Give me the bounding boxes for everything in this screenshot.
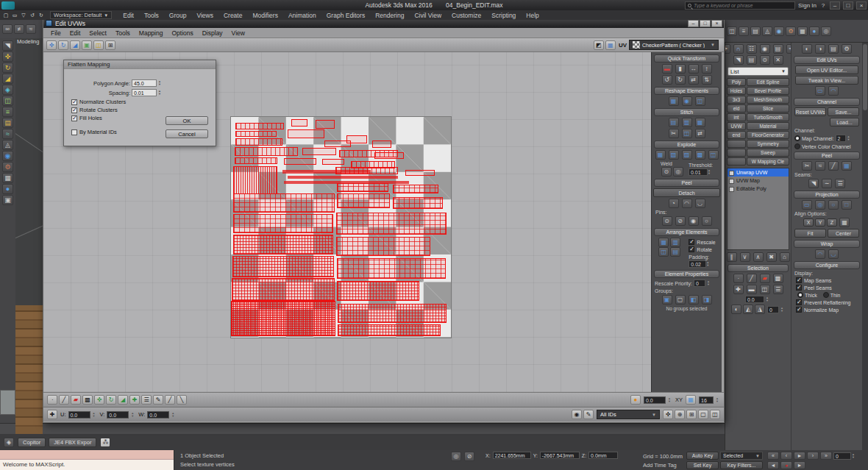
spinner-icon[interactable] xyxy=(852,453,857,459)
ok-button[interactable]: OK xyxy=(166,116,208,125)
fit-button[interactable]: Fit xyxy=(794,229,826,238)
open-file-icon[interactable]: ▭ xyxy=(10,11,19,19)
set-key-toggle-icon[interactable]: ● xyxy=(780,461,792,469)
radio-box[interactable] xyxy=(797,292,803,298)
checkbox-rescale[interactable]: Rescale xyxy=(689,239,715,245)
fbx-export-button[interactable]: JE4 FBX Expor xyxy=(49,438,96,447)
v-field[interactable]: 0.0 xyxy=(107,411,129,419)
align-icon[interactable]: ≡ xyxy=(739,26,749,36)
uv-space-label[interactable]: UV xyxy=(619,42,627,49)
uv-island[interactable] xyxy=(233,214,333,233)
checkbox-rotate[interactable]: Rotate xyxy=(689,246,715,252)
point-seams-icon[interactable]: ≈ xyxy=(815,161,825,171)
u-field[interactable]: 0.0 xyxy=(68,411,90,419)
rotate-90-ccw-icon[interactable]: ↺ xyxy=(662,75,672,85)
checkbox-map-seams[interactable]: Map Seams xyxy=(796,277,862,283)
linear-align-v-icon[interactable]: ↕ xyxy=(702,64,712,74)
snap-icon[interactable]: ● xyxy=(630,395,641,405)
align-horizontal-icon[interactable]: ▬ xyxy=(662,64,672,74)
soft-selection-field[interactable]: 0.0 xyxy=(745,296,764,303)
menu-item[interactable]: Group xyxy=(164,12,192,19)
uv-island[interactable] xyxy=(231,301,335,336)
wood-floor-object[interactable] xyxy=(15,305,43,434)
surface-wrap-icon[interactable]: ◡ xyxy=(828,249,839,259)
layer-manager-icon[interactable]: ▤ xyxy=(750,26,761,36)
save-file-icon[interactable]: ▽ xyxy=(19,11,28,19)
weld-selected-icon[interactable]: ⊙ xyxy=(661,167,672,177)
z-coordinate-field[interactable]: 0.0mm xyxy=(588,452,618,459)
align-icon[interactable]: ≡ xyxy=(2,107,13,117)
selection-lock-icon[interactable]: ⊘ xyxy=(464,452,474,461)
menu-item[interactable]: Modifiers xyxy=(247,12,282,19)
group-edit-icon[interactable]: ◨ xyxy=(702,295,712,305)
modifier-set-button[interactable]: int xyxy=(727,113,746,121)
spinner-icon[interactable] xyxy=(158,80,163,86)
go-to-start-icon[interactable]: « xyxy=(767,452,779,460)
uv-island[interactable] xyxy=(337,193,390,208)
spinner-icon[interactable] xyxy=(716,397,721,403)
select-rotate-icon[interactable]: ↻ xyxy=(2,63,13,73)
rollout-wrap[interactable]: Wrap xyxy=(794,240,860,248)
check-box[interactable] xyxy=(71,107,77,113)
snap-toggle-icon[interactable]: ◈ xyxy=(2,85,13,95)
previous-key-icon[interactable]: ◄ xyxy=(767,461,779,469)
pan-icon[interactable]: ✜ xyxy=(663,410,673,419)
rollout-arrange-elements[interactable]: Arrange Elements xyxy=(654,228,719,236)
radio-box[interactable] xyxy=(823,292,829,298)
rollout-reshape-elements[interactable]: Reshape Elements xyxy=(654,87,719,95)
spinner-icon[interactable] xyxy=(706,261,711,267)
modifier-set-button[interactable]: MeshSmooth xyxy=(747,96,789,104)
explode-edge-icon[interactable]: ▧ xyxy=(669,150,679,160)
pelt-map-icon[interactable]: ◡ xyxy=(695,199,705,208)
material-editor-icon[interactable]: ◉ xyxy=(2,151,13,161)
select-element-icon[interactable]: ▩ xyxy=(82,395,93,405)
check-box[interactable] xyxy=(689,246,694,252)
expand-selection-icon[interactable]: ✚ xyxy=(129,395,140,405)
play-icon[interactable]: ► xyxy=(794,452,805,460)
uv-island[interactable] xyxy=(336,213,447,235)
panel-scrollbar[interactable] xyxy=(862,43,868,450)
absolute-mode-icon[interactable]: ✚ xyxy=(47,410,57,419)
x-coordinate-field[interactable]: 2241.655mm xyxy=(493,452,531,459)
checkbox-peel-seams[interactable]: Peel Seams xyxy=(796,285,862,291)
cylindrical-icon[interactable]: ◎ xyxy=(815,200,825,210)
modifier-stack-item[interactable]: Editable Poly xyxy=(728,185,789,193)
menu-item[interactable]: Create xyxy=(218,12,248,19)
new-scene-icon[interactable]: ▢ xyxy=(1,11,10,19)
vertex-color-radio[interactable]: Vertex Color Channel xyxy=(794,143,859,149)
shrink-icon[interactable]: ▬ xyxy=(747,285,757,294)
modifier-set-button[interactable]: Poly xyxy=(727,78,746,86)
unlink-selection-icon[interactable]: ≠ xyxy=(14,24,24,34)
ignore-backfacing-icon[interactable]: ◑ xyxy=(815,44,825,54)
xy-axis-label[interactable]: XY xyxy=(675,396,683,403)
bubble-icon[interactable]: ◮ xyxy=(755,305,765,314)
uv-island[interactable] xyxy=(372,140,391,148)
rendered-frame-icon[interactable]: ▦ xyxy=(797,26,808,36)
spinner-icon[interactable] xyxy=(131,412,136,418)
scale-icon[interactable]: ◢ xyxy=(118,395,128,405)
quick-planar-icon[interactable]: ▭ xyxy=(815,86,825,96)
viewport[interactable] xyxy=(15,38,43,434)
menu-item[interactable]: Graph Editors xyxy=(321,12,370,19)
pinch-icon[interactable]: ◭ xyxy=(743,305,753,314)
key-mode-dropdown[interactable]: Selected ▼ xyxy=(720,452,763,460)
zoom-to-selected-icon[interactable]: ◫ xyxy=(710,410,720,419)
app-logo-icon[interactable] xyxy=(1,1,15,10)
w-field[interactable]: 0.0 xyxy=(147,411,169,419)
check-box[interactable] xyxy=(689,239,694,245)
axis-button[interactable]: Z xyxy=(827,218,837,227)
pin-icon[interactable]: ⊙ xyxy=(662,216,672,226)
menu-item[interactable]: Mapping xyxy=(135,29,168,37)
polygon-icon[interactable]: ▰ xyxy=(760,274,770,283)
uv-island[interactable] xyxy=(233,166,277,194)
render-setup-icon[interactable]: ⚙ xyxy=(2,162,13,172)
modifier-stack-item[interactable]: Unwrap UVW xyxy=(728,168,789,177)
space-horizontal-icon[interactable]: ⇄ xyxy=(689,75,699,85)
key-filters-button[interactable]: Key Filters... xyxy=(720,461,763,469)
modifier-set-button[interactable]: Bevel Profile xyxy=(747,87,789,95)
uv-island[interactable] xyxy=(235,138,282,146)
rollout-edit-uvs[interactable]: Edit UVs xyxy=(794,56,860,64)
menu-item[interactable]: Tools xyxy=(111,29,135,37)
spinner-icon[interactable] xyxy=(707,280,712,286)
modifier-set-button[interactable] xyxy=(727,157,746,165)
